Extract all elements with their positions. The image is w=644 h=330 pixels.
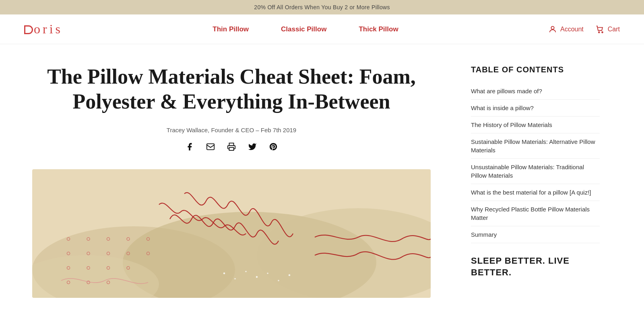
page-layout: The Pillow Materials Cheat Sheet: Foam, … xyxy=(0,44,644,322)
announcement-text: 20% Off All Orders When You Buy 2 or Mor… xyxy=(254,4,390,10)
announcement-bar: 20% Off All Orders When You Buy 2 or Mor… xyxy=(0,0,644,14)
svg-point-41 xyxy=(289,274,291,276)
article-meta: Tracey Wallace, Founder & CEO – Feb 7th … xyxy=(32,127,431,133)
header-actions: Account Cart xyxy=(548,25,620,34)
toc-list: What are pillows made of?What is inside … xyxy=(471,83,600,243)
sidebar: TABLE OF CONTENTS What are pillows made … xyxy=(463,44,616,322)
cart-icon xyxy=(596,25,605,34)
toc-item[interactable]: What is inside a pillow? xyxy=(471,100,600,117)
cart-link[interactable]: Cart xyxy=(596,25,620,34)
svg-point-39 xyxy=(267,273,268,274)
hero-illustration xyxy=(32,169,431,298)
header: oris Thin Pillow Classic Pillow Thick Pi… xyxy=(0,14,644,44)
nav-classic-pillow[interactable]: Classic Pillow xyxy=(281,25,326,33)
svg-rect-3 xyxy=(207,143,214,150)
email-share-icon[interactable] xyxy=(206,142,215,153)
svg-point-37 xyxy=(245,271,247,272)
twitter-share-icon[interactable] xyxy=(248,142,257,153)
cart-label: Cart xyxy=(608,26,620,33)
share-icons xyxy=(32,142,431,153)
facebook-share-icon[interactable] xyxy=(185,142,194,153)
toc-item[interactable]: Unsustainable Pillow Materials: Traditio… xyxy=(471,159,600,184)
article-title: The Pillow Materials Cheat Sheet: Foam, … xyxy=(32,64,431,115)
logo[interactable]: oris xyxy=(24,22,63,37)
toc-item[interactable]: What is the best material for a pillow [… xyxy=(471,184,600,201)
svg-rect-4 xyxy=(229,148,234,150)
svg-point-35 xyxy=(223,273,225,275)
toc-item[interactable]: The History of Pillow Materials xyxy=(471,117,600,133)
main-content: The Pillow Materials Cheat Sheet: Foam, … xyxy=(0,44,463,322)
toc-item[interactable]: Summary xyxy=(471,226,600,243)
svg-point-36 xyxy=(234,278,236,279)
toc-item[interactable]: What are pillows made of? xyxy=(471,83,600,100)
svg-point-1 xyxy=(599,31,600,33)
sleep-better-title: SLEEP BETTER. LIVE BETTER. xyxy=(471,255,600,278)
hero-image xyxy=(32,169,431,298)
toc-title: TABLE OF CONTENTS xyxy=(471,64,600,75)
svg-point-40 xyxy=(278,280,279,281)
toc-item[interactable]: Why Recycled Plastic Bottle Pillow Mater… xyxy=(471,201,600,226)
svg-point-0 xyxy=(551,26,554,29)
sleep-better-section: SLEEP BETTER. LIVE BETTER. xyxy=(471,255,600,278)
pinterest-share-icon[interactable] xyxy=(269,142,278,153)
logo-d-icon xyxy=(24,25,33,34)
main-nav: Thin Pillow Classic Pillow Thick Pillow xyxy=(213,25,398,33)
svg-point-2 xyxy=(602,31,603,33)
account-icon xyxy=(548,25,557,34)
account-label: Account xyxy=(560,26,584,33)
print-share-icon[interactable] xyxy=(227,142,236,153)
logo-text: oris xyxy=(34,22,63,36)
nav-thin-pillow[interactable]: Thin Pillow xyxy=(213,25,249,33)
toc-item[interactable]: Sustainable Pillow Materials: Alternativ… xyxy=(471,133,600,159)
nav-thick-pillow[interactable]: Thick Pillow xyxy=(359,25,398,33)
svg-point-38 xyxy=(256,276,258,278)
account-link[interactable]: Account xyxy=(548,25,584,34)
